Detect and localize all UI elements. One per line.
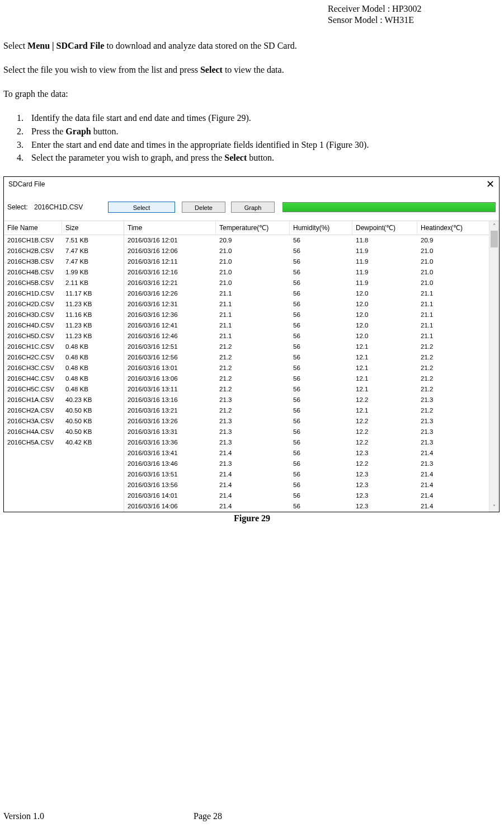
file-name: 2016CH2A.CSV	[4, 405, 62, 416]
file-size: 7.47 KB	[62, 256, 124, 267]
data-row[interactable]: 2016/03/16 12:0621.05611.921.0	[124, 246, 499, 256]
file-row[interactable]: 2016CH2D.CSV11.23 KB	[4, 299, 124, 310]
cell-humidity: 56	[290, 235, 352, 246]
file-row[interactable]: 2016CH3B.CSV7.47 KB	[4, 256, 124, 267]
data-row[interactable]: 2016/03/16 12:4621.15612.021.1	[124, 331, 499, 342]
col-dewpoint[interactable]: Dewpoint(℃)	[352, 221, 417, 235]
cell-dewpoint: 12.0	[352, 288, 417, 299]
data-row[interactable]: 2016/03/16 14:0121.45612.321.4	[124, 490, 499, 501]
cell-heatindex: 21.1	[417, 331, 479, 342]
data-row[interactable]: 2016/03/16 13:0621.25612.121.2	[124, 373, 499, 384]
window-titlebar: SDCard File ✕	[4, 177, 499, 190]
file-row[interactable]: 2016CH3C.CSV0.48 KB	[4, 363, 124, 373]
col-humidity[interactable]: Humidity(%)	[290, 221, 352, 235]
data-row[interactable]: 2016/03/16 12:3621.15612.021.1	[124, 310, 499, 320]
data-row[interactable]: 2016/03/16 13:1121.25612.121.2	[124, 384, 499, 395]
file-row[interactable]: 2016CH3A.CSV40.50 KB	[4, 416, 124, 427]
data-row[interactable]: 2016/03/16 14:0621.45612.321.4	[124, 501, 499, 512]
file-name: 2016CH4A.CSV	[4, 427, 62, 437]
file-row[interactable]: 2016CH1B.CSV7.51 KB	[4, 235, 124, 246]
cell-heatindex: 20.9	[417, 235, 479, 246]
file-row[interactable]: 2016CH1D.CSV11.17 KB	[4, 288, 124, 299]
file-row[interactable]: 2016CH4A.CSV40.50 KB	[4, 427, 124, 437]
data-row[interactable]: 2016/03/16 12:1621.05611.921.0	[124, 267, 499, 278]
file-row[interactable]: 2016CH4C.CSV0.48 KB	[4, 373, 124, 384]
file-row[interactable]: 2016CH4B.CSV1.99 KB	[4, 267, 124, 278]
data-row[interactable]: 2016/03/16 13:4621.35612.221.3	[124, 459, 499, 469]
data-row[interactable]: 2016/03/16 12:4121.15612.021.1	[124, 320, 499, 331]
delete-button[interactable]: Delete	[182, 202, 225, 213]
file-row[interactable]: 2016CH4D.CSV11.23 KB	[4, 320, 124, 331]
cell-dewpoint: 12.3	[352, 480, 417, 490]
data-row[interactable]: 2016/03/16 13:2621.35612.221.3	[124, 416, 499, 427]
scroll-thumb[interactable]	[491, 231, 498, 247]
cell-temperature: 21.4	[216, 501, 290, 512]
data-row[interactable]: 2016/03/16 13:1621.35612.221.3	[124, 395, 499, 405]
cell-temperature: 21.0	[216, 256, 290, 267]
data-row[interactable]: 2016/03/16 13:2121.25612.121.2	[124, 405, 499, 416]
cell-heatindex: 21.2	[417, 405, 479, 416]
progress-bar	[282, 202, 496, 212]
file-row[interactable]: 2016CH2A.CSV40.50 KB	[4, 405, 124, 416]
data-row[interactable]: 2016/03/16 13:4121.45612.321.4	[124, 448, 499, 459]
data-row[interactable]: 2016/03/16 12:1121.05611.921.0	[124, 256, 499, 267]
cell-heatindex: 21.1	[417, 310, 479, 320]
cell-humidity: 56	[290, 459, 352, 469]
data-row[interactable]: 2016/03/16 12:5621.25612.121.2	[124, 352, 499, 363]
col-time[interactable]: Time	[124, 221, 216, 235]
cell-time: 2016/03/16 12:26	[124, 288, 216, 299]
cell-dewpoint: 11.9	[352, 256, 417, 267]
file-row[interactable]: 2016CH5A.CSV40.42 KB	[4, 437, 124, 448]
col-heatindex[interactable]: Heatindex(℃)	[417, 221, 479, 235]
cell-temperature: 21.4	[216, 469, 290, 480]
close-icon[interactable]: ✕	[486, 179, 494, 189]
scroll-up-icon[interactable]: ˄	[489, 221, 499, 231]
data-row[interactable]: 2016/03/16 13:3621.35612.221.3	[124, 437, 499, 448]
page-footer: Version 1.0 Page 28	[3, 811, 501, 821]
data-row[interactable]: 2016/03/16 13:5121.45612.321.4	[124, 469, 499, 480]
cell-humidity: 56	[290, 395, 352, 405]
cell-temperature: 21.3	[216, 416, 290, 427]
footer-page: Page 28	[194, 811, 222, 821]
file-name: 2016CH5D.CSV	[4, 331, 62, 342]
file-size: 7.47 KB	[62, 246, 124, 256]
file-row[interactable]: 2016CH5D.CSV11.23 KB	[4, 331, 124, 342]
graph-button[interactable]: Graph	[231, 202, 275, 213]
data-row[interactable]: 2016/03/16 12:5121.25612.121.2	[124, 342, 499, 352]
data-row[interactable]: 2016/03/16 13:0121.25612.121.2	[124, 363, 499, 373]
file-size: 11.23 KB	[62, 331, 124, 342]
data-row[interactable]: 2016/03/16 12:2621.15612.021.1	[124, 288, 499, 299]
step-2: Press the Graph button.	[26, 125, 501, 138]
cell-temperature: 21.2	[216, 342, 290, 352]
cell-temperature: 21.0	[216, 278, 290, 288]
file-row[interactable]: 2016CH1C.CSV0.48 KB	[4, 342, 124, 352]
cell-humidity: 56	[290, 288, 352, 299]
cell-time: 2016/03/16 13:41	[124, 448, 216, 459]
cell-temperature: 21.1	[216, 299, 290, 310]
file-select-value[interactable]: 2016CH1D.CSV	[34, 203, 101, 211]
select-button[interactable]: Select	[108, 202, 175, 213]
scrollbar[interactable]: ˄ ˅	[489, 221, 499, 512]
file-row[interactable]: 2016CH3D.CSV11.16 KB	[4, 310, 124, 320]
data-row[interactable]: 2016/03/16 12:2121.05611.921.0	[124, 278, 499, 288]
file-row[interactable]: 2016CH2B.CSV7.47 KB	[4, 246, 124, 256]
file-size: 2.11 KB	[62, 278, 124, 288]
file-row[interactable]: 2016CH5B.CSV2.11 KB	[4, 278, 124, 288]
file-row[interactable]: 2016CH1A.CSV40.23 KB	[4, 395, 124, 405]
data-list-header: Time Temperature(℃) Humidity(%) Dewpoint…	[124, 221, 499, 235]
file-row[interactable]: 2016CH5C.CSV0.48 KB	[4, 384, 124, 395]
cell-dewpoint: 12.1	[352, 342, 417, 352]
data-row[interactable]: 2016/03/16 12:0120.95611.820.9	[124, 235, 499, 246]
file-size: 0.48 KB	[62, 342, 124, 352]
data-row[interactable]: 2016/03/16 13:5621.45612.321.4	[124, 480, 499, 490]
col-temperature[interactable]: Temperature(℃)	[216, 221, 290, 235]
cell-humidity: 56	[290, 278, 352, 288]
col-file-name[interactable]: File Name	[4, 221, 62, 235]
data-row[interactable]: 2016/03/16 13:3121.35612.221.3	[124, 427, 499, 437]
scroll-down-icon[interactable]: ˅	[489, 502, 499, 512]
data-row[interactable]: 2016/03/16 12:3121.15612.021.1	[124, 299, 499, 310]
file-name: 2016CH4D.CSV	[4, 320, 62, 331]
cell-time: 2016/03/16 13:06	[124, 373, 216, 384]
file-row[interactable]: 2016CH2C.CSV0.48 KB	[4, 352, 124, 363]
col-size[interactable]: Size	[62, 221, 124, 235]
